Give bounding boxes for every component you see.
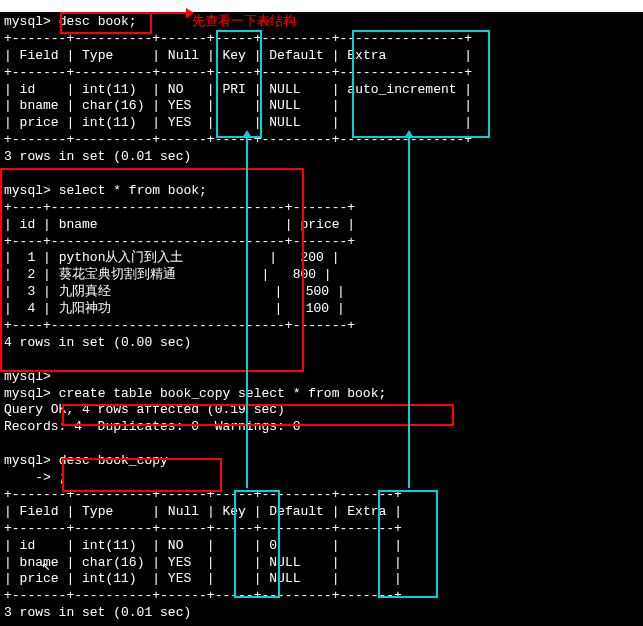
cell: YES	[168, 555, 191, 570]
cell: 4	[27, 301, 35, 316]
cell: 500	[306, 284, 329, 299]
col-id: id	[20, 217, 36, 232]
arrow-head	[186, 8, 194, 18]
command-desc-copy: desc book_copy	[59, 453, 168, 468]
result-footer: 3 rows in set (0.01 sec)	[4, 605, 191, 620]
cell: id	[20, 82, 36, 97]
cell: YES	[168, 115, 191, 130]
cell: 1	[27, 250, 35, 265]
cell: auto_increment	[347, 82, 456, 97]
cell: YES	[168, 571, 191, 586]
arrow-head	[404, 130, 414, 138]
cell: 200	[300, 250, 323, 265]
cell: 葵花宝典切割到精通	[59, 267, 176, 282]
command-desc-book: desc book;	[59, 14, 137, 29]
annotation-comment: 先查看一下表结构	[192, 14, 296, 31]
command-select-book: select * from book;	[59, 183, 207, 198]
cursor-icon: ↖	[42, 557, 50, 575]
col-key: Key	[222, 504, 245, 519]
cell: 九阳神功	[59, 301, 111, 316]
col-field: Field	[20, 48, 59, 63]
cell: 100	[306, 301, 329, 316]
cell: bname	[20, 555, 59, 570]
cell: 3	[27, 284, 35, 299]
cell: 九阴真经	[59, 284, 111, 299]
col-default: Default	[269, 504, 324, 519]
result-line: Query OK, 4 rows affected (0.19 sec)	[4, 402, 285, 417]
cell: int(11)	[82, 538, 137, 553]
prompt: mysql>	[4, 453, 51, 468]
cell: id	[20, 538, 36, 553]
cell: NULL	[269, 82, 300, 97]
cell: 800	[293, 267, 316, 282]
cell: NO	[168, 82, 184, 97]
prompt: mysql>	[4, 386, 51, 401]
continuation: -> ;	[4, 470, 66, 485]
cell: price	[20, 571, 59, 586]
cell: YES	[168, 98, 191, 113]
cell: python从入门到入土	[59, 250, 184, 265]
cell: NULL	[269, 571, 300, 586]
cell: NULL	[269, 115, 300, 130]
result-line: Records: 4 Duplicates: 0 Warnings: 0	[4, 419, 300, 434]
col-key: Key	[222, 48, 245, 63]
col-null: Null	[168, 48, 199, 63]
arrow-head	[242, 130, 252, 138]
cell: 2	[27, 267, 35, 282]
cell: int(11)	[82, 571, 137, 586]
col-extra: Extra	[347, 504, 386, 519]
cell: char(16)	[82, 555, 144, 570]
cell: NULL	[269, 555, 300, 570]
terminal-output: mysql> desc book; +-------+----------+--…	[0, 12, 643, 626]
col-default: Default	[269, 48, 324, 63]
prompt: mysql>	[4, 14, 51, 29]
result-footer: 4 rows in set (0.00 sec)	[4, 335, 191, 350]
col-field: Field	[20, 504, 59, 519]
cell: price	[20, 115, 59, 130]
cell: bname	[20, 98, 59, 113]
cell: char(16)	[82, 98, 144, 113]
col-bname: bname	[59, 217, 98, 232]
cell: 0	[269, 538, 277, 553]
cell: PRI	[222, 82, 245, 97]
col-type: Type	[82, 48, 113, 63]
cell: int(11)	[82, 82, 137, 97]
col-price: price	[300, 217, 339, 232]
cell: NO	[168, 538, 184, 553]
command-create-table: create table book_copy select * from boo…	[59, 386, 387, 401]
cell: int(11)	[82, 115, 137, 130]
col-null: Null	[168, 504, 199, 519]
col-type: Type	[82, 504, 113, 519]
window-titlebar	[0, 0, 643, 12]
result-footer: 3 rows in set (0.01 sec)	[4, 149, 191, 164]
prompt: mysql>	[4, 183, 51, 198]
prompt: mysql>	[4, 369, 51, 384]
col-extra: Extra	[347, 48, 386, 63]
cell: NULL	[269, 98, 300, 113]
